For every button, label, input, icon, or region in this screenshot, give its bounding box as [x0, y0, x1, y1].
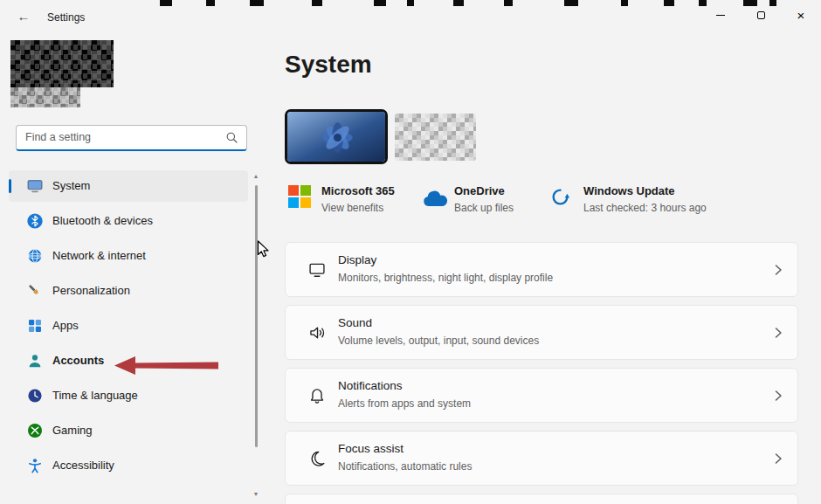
sidebar-item-apps[interactable]: Apps	[9, 310, 248, 342]
redacted-mark	[374, 0, 386, 6]
redacted-mark	[564, 0, 578, 6]
apps-grid-icon	[26, 317, 44, 335]
sidebar-item-label: Accounts	[52, 354, 104, 367]
redacted-mark	[504, 0, 513, 6]
scroll-up-icon[interactable]: ▲	[252, 173, 259, 180]
row-subtitle: Monitors, brightness, night light, displ…	[338, 272, 553, 284]
display-preview-redacted[interactable]	[395, 114, 476, 161]
search-icon[interactable]	[225, 131, 238, 144]
window-title: Settings	[47, 11, 85, 24]
row-subtitle: Volume levels, output, input, sound devi…	[338, 335, 539, 347]
display-icon	[307, 260, 327, 280]
close-button[interactable]: ×	[781, 0, 821, 30]
chevron-right-icon	[773, 263, 783, 277]
chevron-right-icon	[773, 389, 783, 403]
sidebar-item-label: Time & language	[52, 389, 138, 402]
system-icon	[26, 177, 44, 195]
sidebar-item-label: Personalization	[52, 284, 130, 297]
search-input[interactable]	[25, 126, 222, 148]
sidebar-item-accessibility[interactable]: Accessibility	[9, 450, 248, 481]
titlebar: ← Settings ×	[0, 0, 821, 35]
redacted-mark	[453, 0, 464, 6]
back-button[interactable]: ←	[12, 6, 35, 25]
settings-row-partial[interactable]	[285, 494, 798, 504]
sidebar-nav: System Bluetooth & devices Network & int…	[9, 170, 248, 485]
sidebar-scrollbar[interactable]: ▲ ▼	[252, 173, 259, 498]
row-title: Display	[338, 253, 376, 266]
globe-icon	[26, 247, 44, 265]
onedrive-cloud-icon	[421, 190, 449, 208]
chevron-right-icon	[773, 452, 783, 466]
update-refresh-icon	[548, 185, 572, 209]
minimize-button[interactable]	[700, 0, 741, 30]
row-subtitle: Alerts from apps and system	[338, 397, 471, 410]
settings-row-display[interactable]: Display Monitors, brightness, night ligh…	[285, 242, 798, 297]
row-title: Notifications	[338, 379, 403, 392]
paintbrush-icon	[26, 282, 44, 300]
settings-row-focus-assist[interactable]: Focus assist Notifications, automatic ru…	[285, 431, 798, 486]
sidebar-item-accounts[interactable]: Accounts	[9, 345, 248, 376]
sidebar-item-label: Gaming	[52, 424, 93, 437]
row-title: Sound	[338, 316, 372, 329]
bluetooth-icon	[26, 212, 44, 230]
user-avatar-redacted	[10, 40, 114, 87]
minimize-icon	[716, 15, 725, 16]
person-icon	[26, 352, 44, 369]
sidebar-item-label: Apps	[52, 319, 79, 332]
selected-indicator	[9, 179, 11, 193]
clock-icon	[26, 387, 44, 404]
promo-subtitle: View benefits	[321, 202, 383, 214]
chevron-right-icon	[773, 326, 783, 340]
sidebar-item-personalization[interactable]: Personalization	[9, 275, 248, 307]
sidebar-item-network-internet[interactable]: Network & internet	[9, 240, 248, 272]
microsoft-logo-icon	[288, 185, 311, 208]
speaker-icon	[307, 323, 327, 342]
search-box	[16, 125, 247, 151]
sidebar-item-gaming[interactable]: Gaming	[9, 415, 248, 446]
redacted-mark	[664, 0, 674, 6]
scrollbar-thumb[interactable]	[255, 185, 258, 447]
redacted-mark	[160, 0, 172, 6]
moon-icon	[307, 449, 327, 468]
settings-window: ← Settings ×	[0, 0, 821, 504]
sidebar-item-label: System	[52, 179, 90, 192]
scroll-down-icon[interactable]: ▼	[252, 491, 259, 498]
settings-row-sound[interactable]: Sound Volume levels, output, input, soun…	[285, 305, 798, 360]
sidebar-item-system[interactable]: System	[9, 170, 248, 202]
promo-subtitle: Last checked: 3 hours ago	[583, 202, 707, 214]
redacted-mark	[206, 0, 215, 6]
page-title: System	[285, 51, 372, 79]
display-preview-selected[interactable]	[285, 109, 388, 164]
user-name-redacted	[10, 87, 80, 107]
promo-title: OneDrive	[454, 184, 505, 197]
promo-title: Windows Update	[583, 184, 675, 197]
close-icon: ×	[797, 9, 805, 22]
promo-title: Microsoft 365	[321, 184, 395, 197]
bell-icon	[307, 386, 327, 405]
sidebar-item-label: Accessibility	[52, 459, 114, 472]
mouse-cursor	[257, 240, 274, 259]
xbox-icon	[26, 422, 44, 439]
maximize-icon	[757, 11, 765, 19]
promo-subtitle: Back up files	[454, 202, 514, 214]
row-title: Focus assist	[338, 442, 404, 455]
settings-row-notifications[interactable]: Notifications Alerts from apps and syste…	[285, 368, 798, 423]
sidebar-item-bluetooth-devices[interactable]: Bluetooth & devices	[9, 205, 248, 237]
sidebar-item-time-language[interactable]: Time & language	[9, 380, 248, 411]
maximize-button[interactable]	[741, 0, 781, 30]
sidebar-item-label: Network & internet	[52, 249, 146, 262]
sidebar-item-label: Bluetooth & devices	[52, 214, 153, 227]
redacted-mark	[250, 0, 264, 6]
redacted-mark	[621, 0, 628, 6]
bloom-wallpaper	[287, 112, 385, 162]
accessibility-person-icon	[26, 457, 44, 474]
row-subtitle: Notifications, automatic rules	[338, 460, 472, 473]
redacted-mark	[312, 0, 322, 6]
redacted-mark	[407, 0, 414, 6]
